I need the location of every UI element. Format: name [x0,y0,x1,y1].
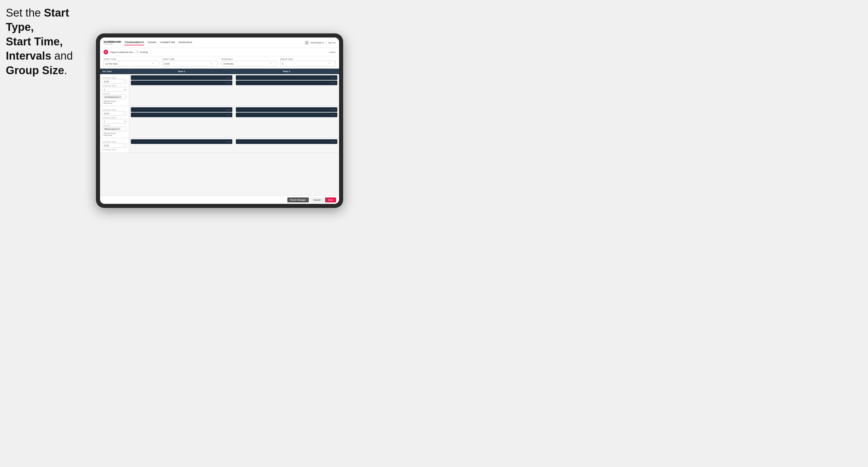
col-team1: Team 1 [129,69,234,74]
nav-tab-rankings[interactable]: RANKINGS [179,40,192,45]
breadcrumb-section: Hosting [140,51,148,54]
group-1-course[interactable]: (A) Peachtree GC ✕ [102,95,126,99]
remove-group-1-button[interactable]: ○ Remove Group [102,100,126,102]
group-size-label: Group Size [280,58,336,60]
remove-course-1-icon[interactable]: ✕ [119,96,121,98]
group-2-starting-hole[interactable]: 1 ▾ [102,119,126,124]
more-options-icon[interactable]: ⋮ [229,141,231,143]
remove-player-icon[interactable]: ✕ [227,114,228,116]
chevron-down-icon-3: ▾ [329,63,330,65]
more-options-icon[interactable]: ⋮ [334,109,336,111]
group-size-select[interactable]: 3 ▾ [280,61,336,67]
remove-player-icon[interactable]: ✕ [332,109,334,111]
nav-bar: SCOREBOARD Powered by clipp... TOURNAMEN… [100,37,339,48]
add-group-1-button[interactable]: + Add Group [102,102,126,104]
nav-right: blair@clippd.io | Sign out [305,41,336,45]
back-button[interactable]: < Back [328,51,336,54]
remove-player-icon[interactable]: ✕ [227,77,228,79]
sign-out-link[interactable]: Sign out [328,41,336,43]
nav-avatar [305,41,309,45]
clock-icon-2: ⏱ [123,113,125,114]
nav-separator: | [326,41,326,43]
remove-course-2-icon[interactable]: ✕ [118,128,120,130]
more-options-icon[interactable]: ⋮ [229,77,231,79]
chevron-down-icon: ▾ [152,63,154,65]
player-row: ··· ✕ ⋮ [236,139,337,144]
add-group-2-button[interactable]: + Add Group [102,134,126,136]
group-2-course[interactable]: 🗺 East Lake GC ✕ [102,127,126,131]
cancel-button[interactable]: Cancel [311,197,323,203]
breadcrumb-logo: C [103,50,108,54]
player-row: ··· ✕ ⋮ [131,107,232,112]
player-row: ··· ✕ ⋮ [131,75,232,80]
table-row: STARTING TIME: 10:10 ⏱ STARTING HOLE: 1 … [100,106,339,138]
remove-player-icon[interactable]: ✕ [227,109,228,111]
more-options-icon[interactable]: ⋮ [334,114,336,116]
more-options-icon[interactable]: ⋮ [229,109,231,111]
group-3-team2: ··· ✕ ⋮ [234,138,339,153]
col-team2: Team 2 [234,69,339,74]
chevron-hole-1: ▾ [124,88,125,90]
more-options-icon[interactable]: ⋮ [334,77,336,79]
intervals-select[interactable]: 10 Minutes ▾ [221,61,277,67]
remove-player-icon[interactable]: ✕ [227,141,228,143]
schedule-table: Tee Time Team 1 Team 2 STARTING TIME: 10… [100,69,339,196]
start-type-field: Start Type 1st Tee Start ▾ [103,58,159,67]
group-2-left: STARTING TIME: 10:10 ⏱ STARTING HOLE: 1 … [100,106,129,138]
more-options-icon[interactable]: ⋮ [334,82,336,84]
more-options-icon[interactable]: ⋮ [229,82,231,84]
start-type-label: Start Type [103,58,159,60]
remove-player-icon[interactable]: ✕ [332,82,334,84]
form-header: Start Type 1st Tee Start ▾ Start Time 10… [100,56,339,69]
group-2-team2: ··· ✕ ⋮ ··· ✕ ⋮ [234,106,339,138]
save-button[interactable]: Save [325,197,336,203]
player-row: ··· ✕ ⋮ [131,113,232,117]
footer-bar: Reset Changes Cancel Save [100,196,339,204]
nav-email: blair@clippd.io [311,41,324,43]
table-header: Tee Time Team 1 Team 2 [100,69,339,74]
group-1-left: STARTING TIME: 10:00 ⏱ STARTING HOLE: 1 … [100,74,129,106]
group-2-actions: ○ Remove Group + Add Group [102,132,126,136]
col-tee-time: Tee Time [100,69,129,74]
group-2-starting-time[interactable]: 10:10 ⏱ [102,111,126,116]
group-1-starting-time[interactable]: 10:00 ⏱ [102,79,126,84]
group-2-team1: ··· ✕ ⋮ ··· ✕ ⋮ [129,106,234,138]
group-size-field: Group Size 3 ▾ [280,58,336,67]
instruction-text: Set the Start Type, Start Time, Interval… [6,6,96,77]
group-1-starting-hole[interactable]: 1 ▾ [102,87,126,92]
reset-changes-button[interactable]: Reset Changes [287,197,309,203]
tablet-screen: SCOREBOARD Powered by clipp... TOURNAMEN… [100,37,339,204]
nav-logo: SCOREBOARD Powered by clipp... [103,41,122,45]
remove-player-icon[interactable]: ✕ [332,77,334,79]
clock-icon: ⏱ [210,63,212,65]
start-type-select[interactable]: 1st Tee Start ▾ [103,61,159,67]
nav-tab-tournaments[interactable]: TOURNAMENTS [124,40,144,45]
group-1-team1: ··· ✕ ⋮ ··· ✕ ⋮ [129,74,234,106]
start-time-field: Start Time 10:00 ⏱ [162,58,218,67]
breadcrumb-tournament[interactable]: Clippd Invitational (Mo... [110,51,135,54]
group-1-actions: ○ Remove Group + Add Group [102,100,126,104]
remove-player-icon[interactable]: ✕ [332,141,334,143]
table-row: STARTING TIME: 10:00 ⏱ STARTING HOLE: 1 … [100,74,339,106]
chevron-down-icon-2: ▾ [270,63,271,65]
remove-group-2-button[interactable]: ○ Remove Group [102,132,126,134]
player-row: ··· ✕ ⋮ [131,81,232,85]
player-row: ··· ✕ ⋮ [236,107,337,112]
player-row: ··· ✕ ⋮ [236,113,337,117]
player-row: ··· ✕ ⋮ [236,75,337,80]
group-3-starting-time[interactable]: 10:20 ⏱ [102,143,126,148]
more-options-icon[interactable]: ⋮ [334,141,336,143]
group-3-team1: ··· ✕ ⋮ [129,138,234,153]
start-time-select[interactable]: 10:00 ⏱ [162,61,218,67]
remove-player-icon[interactable]: ✕ [227,82,228,84]
intervals-label: Intervals [221,58,277,60]
nav-tabs: TOURNAMENTS TEAMS COMMITTEE RANKINGS [124,40,192,45]
group-3-left: STARTING TIME: 10:20 ⏱ STARTING HOLE: [100,138,129,153]
tablet-device: SCOREBOARD Powered by clipp... TOURNAMEN… [96,33,343,208]
start-time-label: Start Time [162,58,218,60]
nav-tab-committee[interactable]: COMMITTEE [160,40,175,45]
table-row: STARTING TIME: 10:20 ⏱ STARTING HOLE: ··… [100,138,339,153]
remove-player-icon[interactable]: ✕ [332,114,334,116]
more-options-icon[interactable]: ⋮ [229,114,231,116]
nav-tab-teams[interactable]: TEAMS [148,40,157,45]
